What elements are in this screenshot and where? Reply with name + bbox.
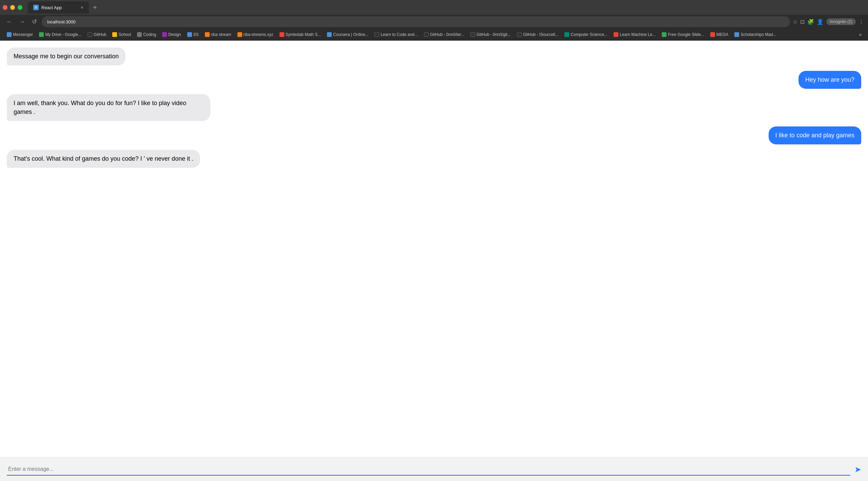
message-bubble: I like to code and play games	[769, 126, 861, 144]
bookmarks-bar: Messenger My Drive - Google... GitHub Sc…	[0, 28, 868, 41]
bookmark-label: Computer Science...	[571, 32, 607, 37]
forward-button[interactable]: →	[17, 17, 27, 27]
maximize-window-button[interactable]	[18, 5, 22, 10]
minimize-window-button[interactable]	[10, 5, 15, 10]
message-bubble: That's cool. What kind of games do you c…	[7, 150, 200, 168]
bookmark-symbolab[interactable]: Symbolab Math S...	[277, 31, 324, 38]
bookmark-label: GitHub - ISourcell...	[523, 32, 559, 37]
bookmark-computer-science[interactable]: Computer Science...	[562, 31, 610, 38]
bookmark-favicon-github3	[470, 32, 475, 37]
bookmark-label: GitHub - 0nn0/git...	[477, 32, 511, 37]
bookmark-nba-stream[interactable]: nba stream	[202, 31, 234, 38]
input-bar: ➤	[0, 457, 868, 481]
address-bar-row: ← → ↺ ☆ ⊡ 🧩 👤 Incognito (2) ⋮	[0, 15, 868, 28]
tab-close-button[interactable]: ×	[81, 5, 83, 10]
bookmark-mega[interactable]: MEGA	[708, 31, 731, 38]
bookmark-label: My Drive - Google...	[45, 32, 81, 37]
bookmark-label: School	[118, 32, 131, 37]
window-controls	[3, 5, 22, 10]
bookmark-favicon-drive	[39, 32, 44, 37]
bookmark-label: Learn to Code and...	[381, 32, 418, 37]
extensions-icon[interactable]: 🧩	[807, 19, 814, 25]
bookmark-label: Design	[168, 32, 181, 37]
bookmark-favicon-mega	[710, 32, 715, 37]
address-input[interactable]	[42, 16, 790, 27]
bookmark-favicon-nba-xyz	[237, 32, 242, 37]
bookmark-favicon-coursera	[327, 32, 332, 37]
message-wrapper: That's cool. What kind of games do you c…	[7, 150, 861, 168]
message-bubble: Message me to begin our conversation	[7, 47, 126, 65]
bookmark-scholarships[interactable]: Scholarships Mad...	[732, 31, 779, 38]
star-icon[interactable]: ☆	[793, 19, 797, 25]
bookmark-github-0nn0-ter[interactable]: GitHub - 0nn0/ter...	[421, 31, 467, 38]
bookmark-ss[interactable]: SS	[185, 31, 201, 38]
message-wrapper: I like to code and play games	[7, 126, 861, 144]
bookmark-label: GitHub	[94, 32, 106, 37]
bookmark-github-isource[interactable]: GitHub - ISourcell...	[514, 31, 561, 38]
send-icon: ➤	[854, 465, 861, 474]
send-button[interactable]: ➤	[854, 465, 861, 474]
bookmark-my-drive[interactable]: My Drive - Google...	[36, 31, 84, 38]
bookmark-label: Coding	[143, 32, 156, 37]
bookmark-label: Learn Machine Le...	[620, 32, 656, 37]
bookmark-favicon-messenger	[7, 32, 12, 37]
bookmark-favicon-symbolab	[279, 32, 284, 37]
message-input[interactable]	[7, 463, 850, 476]
menu-icon[interactable]: ⋮	[859, 19, 864, 25]
close-window-button[interactable]	[3, 5, 7, 10]
bookmark-favicon-ml	[614, 32, 618, 37]
bookmark-coursera[interactable]: Coursera | Online...	[324, 31, 371, 38]
browser-chrome: R React App × + ← → ↺ ☆ ⊡ 🧩 👤 Incognito …	[0, 0, 868, 41]
bookmark-school[interactable]: School	[110, 31, 134, 38]
tab-bar: R React App × +	[0, 0, 868, 15]
bookmark-favicon-nba-stream	[205, 32, 210, 37]
bookmark-github-0nn0-git[interactable]: GitHub - 0nn0/git...	[468, 31, 514, 38]
back-button[interactable]: ←	[4, 17, 14, 27]
bookmark-favicon-github4	[517, 32, 522, 37]
bookmark-favicon-school	[112, 32, 117, 37]
message-wrapper: Hey how are you?	[7, 71, 861, 89]
message-bubble: Hey how are you?	[798, 71, 861, 89]
bookmark-label: MEGA	[716, 32, 728, 37]
new-tab-button[interactable]: +	[90, 2, 100, 13]
bookmark-coding[interactable]: Coding	[134, 31, 159, 38]
bookmark-learn-ml[interactable]: Learn Machine Le...	[611, 31, 658, 38]
incognito-badge: Incognito (2)	[826, 18, 856, 25]
bookmark-label: Free Google Slide...	[668, 32, 704, 37]
bookmark-favicon-design	[162, 32, 167, 37]
active-tab[interactable]: R React App ×	[28, 1, 89, 14]
bookmark-label: nba-streams.xyz	[244, 32, 273, 37]
bookmark-label: nba stream	[211, 32, 231, 37]
bookmark-label: Scholarships Mad...	[740, 32, 776, 37]
bookmark-label: GitHub - 0nn0/ter...	[430, 32, 464, 37]
message-bubble: I am well, thank you. What do you do for…	[7, 94, 210, 121]
bookmark-favicon-scholarships	[734, 32, 739, 37]
chat-container: Message me to begin our conversation Hey…	[0, 41, 868, 465]
bookmark-label: SS	[193, 32, 199, 37]
bookmark-favicon-github	[88, 32, 92, 37]
bookmark-label: Coursera | Online...	[333, 32, 368, 37]
bookmark-favicon-coding	[137, 32, 142, 37]
bookmark-design[interactable]: Design	[159, 31, 184, 38]
bookmark-favicon-learn-code	[374, 32, 379, 37]
bookmark-favicon-github2	[424, 32, 429, 37]
bookmark-favicon-ss	[187, 32, 192, 37]
reload-button[interactable]: ↺	[30, 17, 39, 27]
bookmark-nba-streams-xyz[interactable]: nba-streams.xyz	[235, 31, 276, 38]
bookmarks-more-button[interactable]: »	[857, 30, 864, 39]
bookmark-favicon-cs	[564, 32, 569, 37]
cast-icon[interactable]: ⊡	[800, 19, 805, 25]
tab-favicon: R	[33, 5, 39, 10]
bookmark-label: Messenger	[13, 32, 33, 37]
bookmark-google-slides[interactable]: Free Google Slide...	[659, 31, 707, 38]
bookmark-label: Symbolab Math S...	[286, 32, 321, 37]
address-bar-actions: ☆ ⊡ 🧩 👤 Incognito (2) ⋮	[793, 18, 864, 25]
tab-title: React App	[41, 5, 78, 10]
bookmark-favicon-slides	[662, 32, 667, 37]
bookmark-learn-to-code[interactable]: Learn to Code and...	[372, 31, 420, 38]
profile-icon[interactable]: 👤	[817, 19, 824, 25]
message-wrapper: Message me to begin our conversation	[7, 47, 861, 65]
bookmark-github[interactable]: GitHub	[85, 31, 109, 38]
message-wrapper: I am well, thank you. What do you do for…	[7, 94, 861, 121]
bookmark-messenger[interactable]: Messenger	[4, 31, 36, 38]
